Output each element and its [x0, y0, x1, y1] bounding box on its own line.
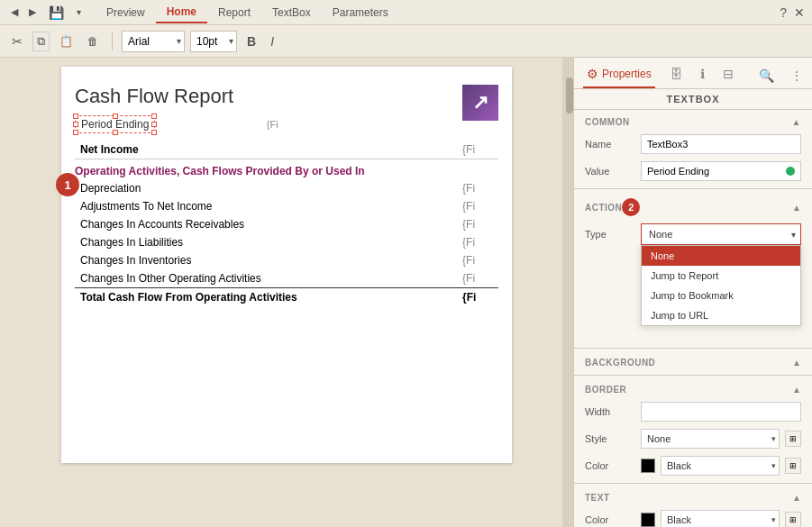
text-collapse-icon[interactable]: ▲	[792, 493, 801, 503]
report-canvas: 1 Cash Flow Report ↗ Period Ending	[0, 58, 573, 527]
copy-button[interactable]: ⧉	[32, 32, 50, 51]
save-button[interactable]: 💾	[43, 4, 69, 22]
name-value-text: TextBox3	[647, 139, 688, 150]
tab-textbox[interactable]: TextBox	[261, 2, 322, 23]
tab-preview[interactable]: Preview	[96, 2, 156, 23]
nav-forward-button[interactable]: ▶	[25, 5, 40, 20]
dropdown-option-jump-bookmark[interactable]: Jump to Bookmark	[642, 286, 800, 305]
other-operating-label: Changes In Other Operating Activities	[75, 269, 457, 288]
divider-3	[574, 375, 812, 376]
textbox-section-title: TEXTBOX	[574, 89, 812, 110]
tab-home[interactable]: Home	[156, 2, 207, 23]
properties-label: Properties	[602, 68, 652, 80]
divider-1	[574, 188, 812, 189]
accounts-receivable-value: {Fi	[457, 215, 498, 233]
value-label: Value	[585, 166, 635, 177]
right-panel-tabs: ⚙ Properties 🗄 ℹ ⊟ 🔍 ⋮	[574, 58, 812, 89]
action-collapse-icon[interactable]: ▲	[792, 203, 801, 213]
handle-bl[interactable]	[73, 130, 78, 135]
text-color-label: Color	[585, 514, 635, 525]
panel-menu-icon[interactable]: ⋮	[790, 68, 803, 83]
dropdown-option-none[interactable]: None	[642, 246, 800, 266]
titlebar-right: ? ✕	[780, 5, 805, 20]
bold-button[interactable]: B	[242, 32, 260, 51]
table-row: Changes In Liabilities {Fi	[75, 233, 498, 251]
border-style-select[interactable]: None	[641, 429, 780, 449]
type-select[interactable]: None Jump to Report Jump to Bookmark Jum…	[641, 223, 801, 245]
net-income-value: {Fi	[457, 141, 498, 159]
close-button[interactable]: ✕	[794, 5, 805, 20]
value-field[interactable]: Period Ending	[641, 161, 801, 181]
border-color-select[interactable]: Black	[661, 456, 780, 476]
italic-button[interactable]: I	[266, 32, 278, 51]
font-size-wrap: 10pt ▾	[190, 31, 237, 52]
net-income-label: Net Income	[75, 141, 457, 159]
border-width-row: Width	[574, 398, 812, 425]
titlebar-tabs: Preview Home Report TextBox Parameters	[96, 2, 399, 23]
paste-button[interactable]: 📋	[55, 32, 78, 50]
common-section-header: COMMON ▲	[574, 110, 812, 131]
tab-layout[interactable]: ⊟	[719, 63, 737, 88]
handle-tr[interactable]	[151, 114, 157, 119]
other-operating-value: {Fi	[457, 269, 498, 288]
dropdown-option-jump-report[interactable]: Jump to Report	[642, 266, 800, 286]
panel-search-icon[interactable]: 🔍	[759, 68, 774, 83]
border-collapse-icon[interactable]: ▲	[792, 385, 801, 395]
tab-info[interactable]: ℹ	[697, 63, 708, 88]
total-row: Total Cash Flow From Operating Activitie…	[75, 288, 498, 307]
right-panel: ⚙ Properties 🗄 ℹ ⊟ 🔍 ⋮ TEXTBOX COMMON ▲	[573, 58, 812, 527]
accounts-receivable-label: Changes In Accounts Receivables	[75, 215, 457, 233]
toolbar-separator-1	[112, 32, 113, 50]
font-family-select[interactable]: Arial	[122, 31, 185, 52]
liabilities-label: Changes In Liabilities	[75, 233, 457, 251]
tab-properties[interactable]: ⚙ Properties	[583, 63, 655, 88]
scroll-thumb[interactable]	[566, 77, 573, 114]
text-color-row: Color Black ▾ ⊞	[574, 506, 812, 527]
titlebar: ◀ ▶ 💾 ▾ Preview Home Report TextBox Para…	[0, 0, 812, 25]
border-color-expand-button[interactable]: ⊞	[785, 458, 801, 474]
help-button[interactable]: ?	[780, 5, 787, 20]
period-ending-textbox[interactable]: Period Ending	[75, 115, 155, 133]
inventories-value: {Fi	[457, 251, 498, 269]
handle-tl[interactable]	[73, 114, 78, 119]
font-size-select[interactable]: 10pt	[190, 31, 237, 52]
step-badge-1: 1	[56, 173, 79, 196]
info-icon: ℹ	[700, 67, 705, 81]
delete-button[interactable]: 🗑	[83, 32, 103, 50]
border-style-expand-button[interactable]: ⊞	[785, 431, 801, 447]
total-value: {Fi	[457, 288, 498, 307]
text-color-swatch[interactable]	[641, 513, 655, 527]
dropdown-option-jump-url[interactable]: Jump to URL	[642, 305, 800, 325]
handle-br[interactable]	[151, 130, 157, 135]
common-collapse-icon[interactable]: ▲	[792, 117, 801, 127]
border-color-swatch[interactable]	[641, 459, 655, 473]
handle-ml[interactable]	[73, 122, 78, 127]
background-collapse-icon[interactable]: ▲	[792, 358, 801, 368]
save-dropdown-button[interactable]: ▾	[73, 5, 85, 19]
type-row: Type None Jump to Report Jump to Bookmar…	[574, 220, 812, 249]
table-row: Changes In Other Operating Activities {F…	[75, 269, 498, 288]
tab-data[interactable]: 🗄	[666, 63, 686, 88]
border-width-value[interactable]	[641, 402, 801, 422]
text-color-expand-button[interactable]: ⊞	[785, 512, 801, 527]
adj-net-income-label: Adjustments To Net Income	[75, 197, 457, 215]
text-label: TEXT	[585, 493, 610, 503]
border-color-label: Color	[585, 460, 635, 471]
liabilities-value: {Fi	[457, 233, 498, 251]
layout-icon: ⊟	[723, 67, 734, 81]
section-header: Operating Activities, Cash Flows Provide…	[75, 159, 498, 180]
font-family-wrap: Arial ▾	[122, 31, 185, 52]
text-color-select[interactable]: Black	[661, 510, 780, 527]
handle-mr[interactable]	[151, 122, 157, 127]
tab-report[interactable]: Report	[207, 2, 261, 23]
type-dropdown-list: None Jump to Report Jump to Bookmark Jum…	[641, 245, 801, 326]
depreciation-label: Depreciation	[75, 179, 457, 197]
period-value-placeholder: {Fi	[267, 119, 278, 130]
scroll-track[interactable]	[562, 58, 573, 527]
tab-parameters[interactable]: Parameters	[322, 2, 399, 23]
nav-back-button[interactable]: ◀	[7, 5, 22, 20]
depreciation-value: {Fi	[457, 179, 498, 197]
cut-button[interactable]: ✂	[7, 32, 27, 51]
border-label: BORDER	[585, 385, 626, 395]
border-style-row: Style None ▾ ⊞	[574, 425, 812, 452]
